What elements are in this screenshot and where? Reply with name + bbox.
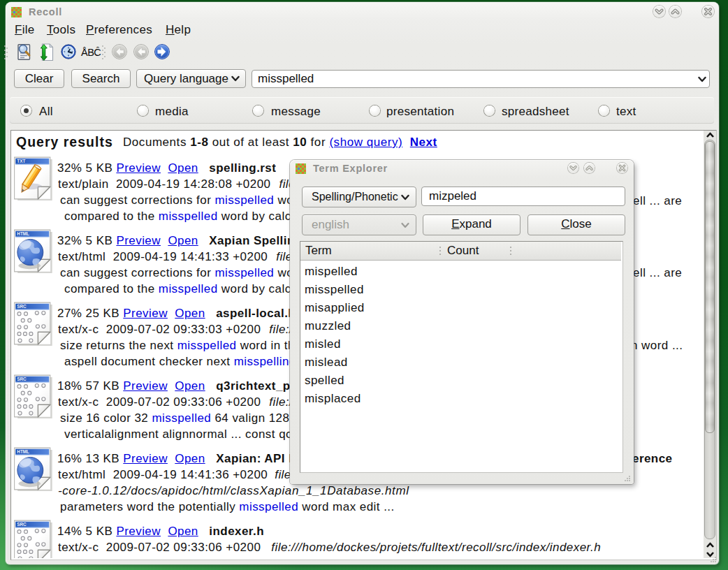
svg-text:ÅBĈ: ÅBĈ (81, 47, 101, 58)
